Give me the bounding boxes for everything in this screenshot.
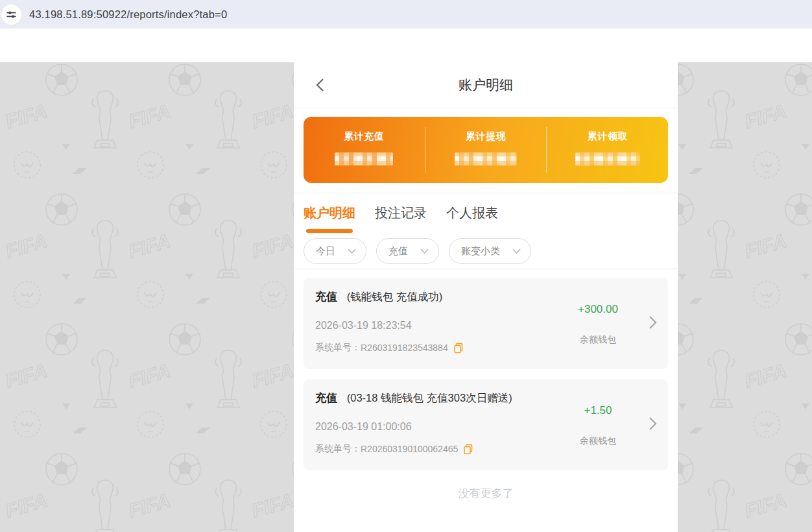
transaction-title: 充值 (03-18 钱能钱包 充值303次日赠送) — [315, 391, 656, 405]
tab-bar: 账户明细 投注记录 个人报表 — [294, 193, 678, 233]
transaction-type: 充值 — [315, 291, 337, 303]
chevron-down-icon — [512, 248, 521, 254]
tab-label: 个人报表 — [446, 206, 498, 220]
transaction-amount-block: +1.50 余额钱包 — [559, 404, 637, 447]
chevron-right-icon — [649, 315, 658, 330]
app-header: 账户明细 — [294, 62, 678, 108]
tab-bet-records[interactable]: 投注记录 — [375, 204, 427, 233]
summary-label: 累计充值 — [344, 130, 384, 143]
transaction-title: 充值 (钱能钱包 充值成功) — [315, 289, 656, 304]
transaction-amount-block: +300.00 余额钱包 — [559, 303, 637, 346]
tab-personal-report[interactable]: 个人报表 — [446, 204, 498, 233]
transaction-amount: +1.50 — [584, 404, 612, 417]
tune-icon — [6, 9, 17, 20]
copy-button[interactable] — [453, 343, 464, 354]
summary-card: 累计充值 累计提现 累计领取 — [304, 117, 668, 183]
summary-total-claim: 累计领取 — [547, 117, 668, 183]
order-label: 系统单号： — [315, 342, 361, 354]
transaction-card[interactable]: 充值 (钱能钱包 充值成功) 2026-03-19 18:23:54 系统单号：… — [304, 278, 668, 369]
tab-label: 账户明细 — [304, 206, 355, 220]
chevron-right-icon — [649, 416, 658, 431]
copy-icon — [463, 444, 473, 455]
tab-account-details[interactable]: 账户明细 — [304, 204, 355, 233]
summary-total-withdraw: 累计提现 — [425, 117, 547, 183]
masked-value — [335, 152, 393, 165]
copy-icon — [453, 343, 464, 354]
transaction-amount: +300.00 — [578, 303, 618, 316]
summary-section: 累计充值 累计提现 累计领取 — [294, 108, 678, 183]
summary-label: 累计领取 — [588, 130, 628, 143]
tab-label: 投注记录 — [375, 206, 427, 220]
transaction-type: 充值 — [315, 392, 337, 404]
order-number: R2603191823543884 — [361, 343, 448, 353]
transaction-wallet: 余额钱包 — [580, 334, 616, 346]
active-tab-underline — [306, 229, 353, 233]
site-info-button[interactable] — [1, 5, 21, 25]
transaction-card[interactable]: 充值 (03-18 钱能钱包 充值303次日赠送) 2026-03-19 01:… — [304, 380, 668, 470]
filter-label: 账变小类 — [461, 245, 500, 258]
back-button[interactable] — [311, 76, 329, 94]
app-panel: 账户明细 累计充值 累计提现 累计领取 账户明细 投注记录 — [294, 29, 678, 532]
transaction-note: (03-18 钱能钱包 充值303次日赠送) — [347, 392, 512, 404]
transaction-note: (钱能钱包 充值成功) — [347, 291, 443, 302]
page-title: 账户明细 — [294, 76, 678, 94]
masked-value — [455, 152, 517, 165]
chevron-left-icon — [315, 77, 325, 93]
filter-type-dropdown[interactable]: 充值 — [376, 238, 439, 264]
summary-label: 累计提现 — [466, 130, 506, 143]
filter-subtype-dropdown[interactable]: 账变小类 — [449, 238, 531, 264]
copy-button[interactable] — [463, 444, 473, 455]
chevron-down-icon — [348, 248, 356, 254]
address-bar[interactable]: 43.198.51.89:50922/reports/index?tab=0 — [29, 8, 227, 21]
filter-row: 今日 充值 账变小类 — [294, 233, 678, 264]
browser-url-bar: 43.198.51.89:50922/reports/index?tab=0 — [0, 0, 812, 29]
chevron-down-icon — [420, 248, 429, 254]
filter-label: 今日 — [316, 245, 335, 258]
summary-total-deposit: 累计充值 — [304, 117, 425, 183]
masked-value — [575, 152, 640, 165]
transaction-wallet: 余额钱包 — [580, 435, 616, 447]
filter-date-dropdown[interactable]: 今日 — [304, 238, 366, 264]
transaction-list: 充值 (钱能钱包 充值成功) 2026-03-19 18:23:54 系统单号：… — [294, 269, 678, 501]
order-number: R202603190100062465 — [361, 444, 458, 454]
no-more-text: 没有更多了 — [304, 486, 668, 501]
order-label: 系统单号： — [315, 443, 361, 455]
filter-label: 充值 — [388, 245, 408, 258]
